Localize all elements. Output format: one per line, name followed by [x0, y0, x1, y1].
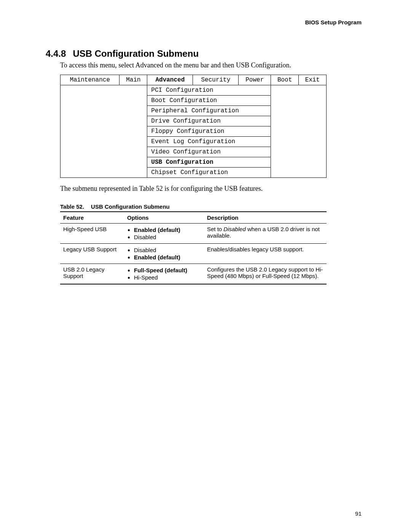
feature-table-head-row: Feature Options Description: [60, 212, 327, 224]
bios-tab-maintenance: Maintenance: [61, 75, 119, 85]
table-row: Legacy USB SupportDisabledEnabled (defau…: [60, 244, 327, 264]
bios-sub-item: Floppy Configuration: [147, 126, 271, 137]
table-row: High-Speed USBEnabled (default)DisabledS…: [60, 224, 327, 244]
cell-options: DisabledEnabled (default): [124, 244, 204, 264]
col-description: Description: [204, 212, 327, 224]
section-number: 4.4.8: [46, 48, 66, 59]
cell-feature: USB 2.0 Legacy Support: [60, 264, 124, 284]
page: BIOS Setup Program 4.4.8USB Configuratio…: [0, 0, 411, 532]
section-heading: 4.4.8USB Configuration Submenu: [46, 48, 365, 59]
bios-tab-main: Main: [119, 75, 147, 85]
desc-text: Set to: [207, 226, 223, 232]
after-bios-paragraph: The submenu represented in Table 52 is f…: [60, 185, 365, 193]
cell-description: Configures the USB 2.0 Legacy support to…: [204, 264, 327, 284]
cell-options: Full-Speed (default)Hi-Speed: [124, 264, 204, 284]
bios-sub-item-active: USB Configuration: [147, 157, 271, 168]
options-list: DisabledEnabled (default): [127, 247, 201, 260]
section-title: USB Configuration Submenu: [73, 48, 199, 59]
running-header: BIOS Setup Program: [46, 19, 365, 26]
cell-description: Enables/disables legacy USB support.: [204, 244, 327, 264]
page-number: 91: [355, 510, 362, 517]
bios-sub-item: Video Configuration: [147, 147, 271, 157]
bios-menu: Maintenance Main Advanced Security Power…: [60, 75, 327, 178]
table-number: Table 52.: [60, 203, 84, 210]
option-item: Enabled (default): [134, 227, 201, 233]
bios-tab-power: Power: [239, 75, 271, 85]
col-feature: Feature: [60, 212, 124, 224]
cell-feature: High-Speed USB: [60, 224, 124, 244]
bios-tab-exit: Exit: [299, 75, 327, 85]
cell-description: Set to Disabled when a USB 2.0 driver is…: [204, 224, 327, 244]
feature-table: Feature Options Description High-Speed U…: [60, 211, 327, 284]
option-item: Disabled: [134, 247, 201, 253]
desc-italic: Disabled: [223, 226, 245, 232]
col-options: Options: [124, 212, 204, 224]
table-caption: Table 52.USB Configuration Submenu: [60, 203, 365, 210]
option-item: Full-Speed (default): [134, 267, 201, 273]
bios-sub-item: Drive Configuration: [147, 116, 271, 126]
bios-sub-item: Event Log Configuration: [147, 137, 271, 147]
bios-tab-security: Security: [193, 75, 239, 85]
option-item: Enabled (default): [134, 254, 201, 260]
bios-sub-item: PCI Configuration: [147, 85, 271, 96]
option-item: Hi-Speed: [134, 274, 201, 281]
bios-sub-item: Boot Configuration: [147, 96, 271, 106]
bios-empty-left: [61, 85, 147, 178]
bios-menu-table: Maintenance Main Advanced Security Power…: [60, 75, 327, 178]
options-list: Full-Speed (default)Hi-Speed: [127, 267, 201, 281]
bios-sub-row: PCI Configuration: [61, 85, 327, 96]
cell-options: Enabled (default)Disabled: [124, 224, 204, 244]
cell-feature: Legacy USB Support: [60, 244, 124, 264]
table-row: USB 2.0 Legacy SupportFull-Speed (defaul…: [60, 264, 327, 284]
bios-tab-advanced: Advanced: [147, 75, 193, 85]
bios-sub-item: Chipset Configuration: [147, 168, 271, 178]
option-item: Disabled: [134, 234, 201, 240]
table-title: USB Configuration Submenu: [91, 203, 170, 210]
feature-table-wrap: Feature Options Description High-Speed U…: [60, 211, 327, 284]
bios-sub-item: Peripheral Configuration: [147, 106, 271, 116]
section-intro: To access this menu, select Advanced on …: [60, 61, 365, 69]
options-list: Enabled (default)Disabled: [127, 227, 201, 240]
bios-tab-boot: Boot: [271, 75, 299, 85]
bios-empty-right: [271, 85, 327, 178]
bios-tab-row: Maintenance Main Advanced Security Power…: [61, 75, 327, 85]
